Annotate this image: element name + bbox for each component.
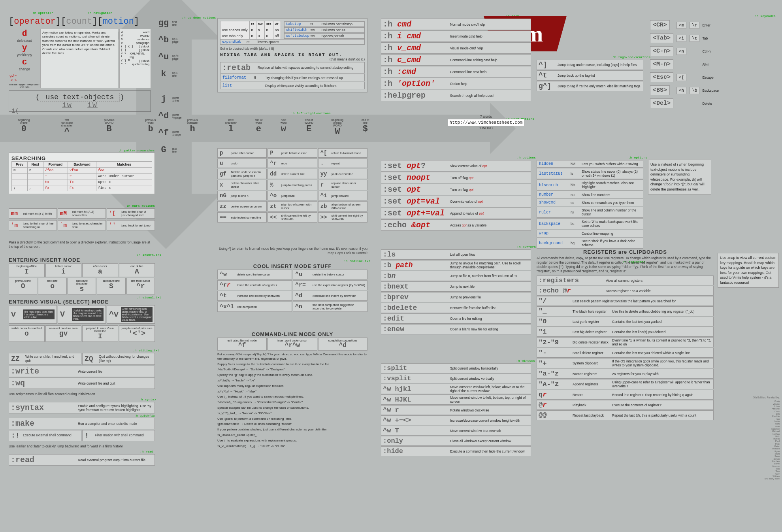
insert-panel: ENTERING INSERT MODE beginning of lineIb… [9, 257, 155, 295]
help-panel: :h cmdNormal mode cmd help:h i_cmdInsert… [381, 18, 531, 102]
keycodes-panel: <CR>^m\rEnter<Tab>^i\tTab<C-n>^nCtrl-n<M… [648, 18, 778, 110]
normal-grid: ppaste after cursorPpaste before cursor^… [217, 148, 367, 223]
tags-panel: ^]Jump to tag under cursor, including [t… [537, 59, 643, 92]
writing-panel: ZZWrite current file, if modified, and q… [9, 353, 155, 389]
syntax-panel: :syntaxEnable and configure syntax highl… [9, 402, 155, 441]
marks-panel: mmset mark m (a-z) in filemMset mark M (… [9, 208, 155, 231]
text-object-note: Use a instead of i when beginning text-o… [648, 160, 711, 194]
op-d: d [9, 29, 40, 39]
motion-label: motion [103, 17, 134, 26]
nav-lr-left: beginning of line0first non-blank charac… [2, 119, 214, 137]
registers-panel: REGISTERS are CLIPBOARDS All commands th… [537, 249, 714, 421]
edit-note: Pass a directory to the :edit command to… [9, 240, 155, 249]
searching-panel: SEARCHING PrevNextForwardBackwardMatches… [9, 153, 155, 194]
credits: 5th Edition. Funded by: CraigWayneJohanA… [753, 396, 780, 480]
op-y: y [9, 43, 40, 53]
words-demo: 7 words http://www.vimcheatsheet.com 1 W… [431, 115, 541, 130]
set-panel: :set opt?View current value of opt:set n… [381, 160, 531, 231]
map-note: Use :map to view all current custom key … [718, 253, 779, 288]
operator-label: operator [14, 17, 56, 26]
tabs-panel: tsswstsetuse spaces onlynnnonuse tabs on… [217, 18, 367, 92]
h-navigation: :h navigation [88, 11, 112, 15]
windows-panel: :splitSplit current window horizontally:… [381, 363, 531, 457]
operator-explain: Any motion can follow an operator. Marks… [40, 29, 118, 88]
options-panel: hiddenhidLets you switch buffers without… [537, 160, 643, 249]
read-panel: :readRead external program output into c… [9, 454, 155, 466]
visual-panel: ENTERING VISUAL (SELECT) MODE vThe most … [9, 299, 155, 342]
buffers-panel: :lsList all open files:b pathJump to uni… [381, 249, 531, 335]
h-operator: :h operator [32, 11, 53, 15]
count-label: count [66, 17, 92, 26]
cool-insert-panel: COOL INSERT MODE STUFF ^wdelete word bef… [217, 263, 367, 312]
op-c: c [9, 57, 40, 67]
nav-lr-right: next characterlend of wordenext wordwend… [216, 119, 378, 137]
nav-updown: ggfirst line^bup 1 page^uup ½ pagekup 1 … [155, 18, 181, 162]
operator-panel: :h operator :h navigation [operator][cou… [9, 17, 151, 112]
cmdline-panel: COMMAND-LINE MODE ONLY edit using Normal… [217, 331, 367, 448]
text-object-list: wwordWWORDssentencepparagraph( ) { }( ) … [119, 29, 151, 88]
